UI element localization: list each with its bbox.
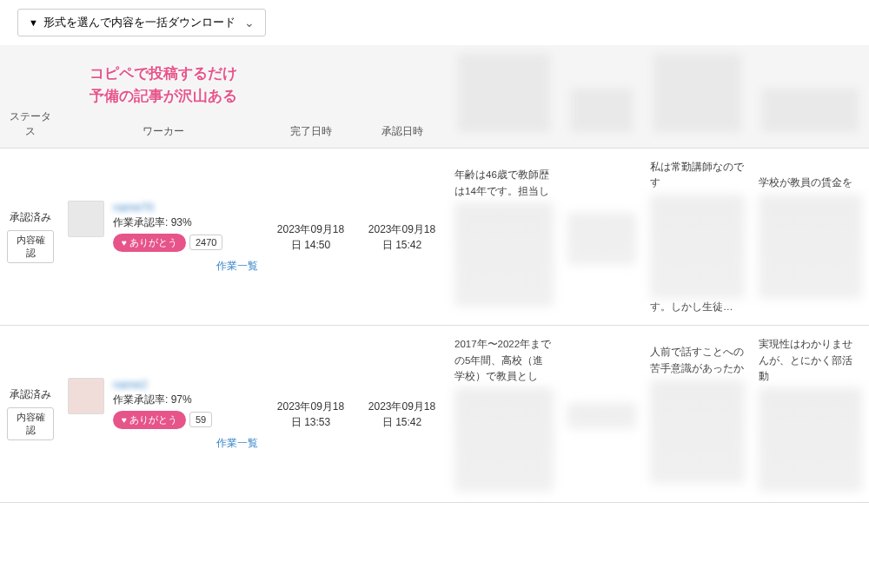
header-content-2 — [561, 45, 643, 149]
status-label: 承認済み — [7, 387, 54, 402]
approved-date: 2023年09月18日 15:42 — [356, 149, 448, 326]
work-list-link[interactable]: 作業一覧 — [68, 436, 258, 451]
confirm-content-button[interactable]: 内容確認 — [7, 407, 54, 440]
completed-date: 2023年09月18日 13:53 — [265, 326, 356, 503]
content-snippet-1: 2017年〜2022年までの5年間、高校（進学校）で教員とし — [448, 326, 561, 503]
download-format-button[interactable]: 形式を選んで内容を一括ダウンロード — [17, 9, 266, 36]
content-snippet-4: 学校が教員の賃金を — [752, 149, 869, 326]
header-content-3 — [643, 45, 752, 149]
approval-rate: 作業承認率: 93% — [113, 215, 258, 230]
header-completed: 完了日時 — [265, 45, 356, 149]
header-worker: コピペで投稿するだけ 予備の記事が沢山ある ワーカー — [61, 45, 265, 149]
avatar — [68, 378, 104, 414]
overlay-annotation: コピペで投稿するだけ 予備の記事が沢山ある — [90, 63, 237, 107]
download-label: 形式を選んで内容を一括ダウンロード — [43, 15, 235, 30]
approved-date: 2023年09月18日 15:42 — [356, 326, 448, 503]
header-content-4 — [752, 45, 869, 149]
confirm-content-button[interactable]: 内容確認 — [7, 230, 54, 263]
avatar — [68, 201, 104, 237]
work-list-link[interactable]: 作業一覧 — [68, 259, 258, 274]
worker-name-link[interactable]: name2 — [113, 378, 258, 391]
status-label: 承認済み — [7, 210, 54, 225]
content-snippet-4: 実現性はわかりませんが、とにかく部活動 — [752, 326, 869, 503]
table-row: 承認済み 内容確認 name2 作業承認率: 97% ありがとう 59 作業一覧 — [0, 326, 869, 503]
worker-name-link[interactable]: name70 — [113, 201, 258, 214]
approval-rate: 作業承認率: 97% — [113, 393, 258, 407]
content-snippet-2 — [561, 326, 643, 503]
worker-cell: name70 作業承認率: 93% ありがとう 2470 作業一覧 — [61, 149, 265, 326]
header-content-1 — [448, 45, 561, 149]
content-snippet-3: 私は常勤講師なのです す。しかし生徒… — [643, 149, 752, 326]
status-cell: 承認済み 内容確認 — [0, 149, 61, 326]
thanks-count: 59 — [189, 412, 212, 427]
status-cell: 承認済み 内容確認 — [0, 326, 61, 503]
content-snippet-2 — [561, 149, 643, 326]
thanks-count: 2470 — [189, 235, 222, 250]
thanks-badge[interactable]: ありがとう — [113, 234, 186, 252]
header-approved: 承認日時 — [356, 45, 448, 149]
content-snippet-1: 年齢は46歳で教師歴は14年です。担当し — [448, 149, 561, 326]
header-status: ステータス — [0, 45, 61, 149]
content-snippet-3: 人前で話すことへの苦手意識があったか — [643, 326, 752, 503]
table-row: 承認済み 内容確認 name70 作業承認率: 93% ありがとう 2470 作… — [0, 149, 869, 326]
completed-date: 2023年09月18日 14:50 — [265, 149, 356, 326]
worker-cell: name2 作業承認率: 97% ありがとう 59 作業一覧 — [61, 326, 265, 503]
thanks-badge[interactable]: ありがとう — [113, 411, 186, 429]
results-table: ステータス コピペで投稿するだけ 予備の記事が沢山ある ワーカー 完了日時 承認… — [0, 45, 869, 503]
